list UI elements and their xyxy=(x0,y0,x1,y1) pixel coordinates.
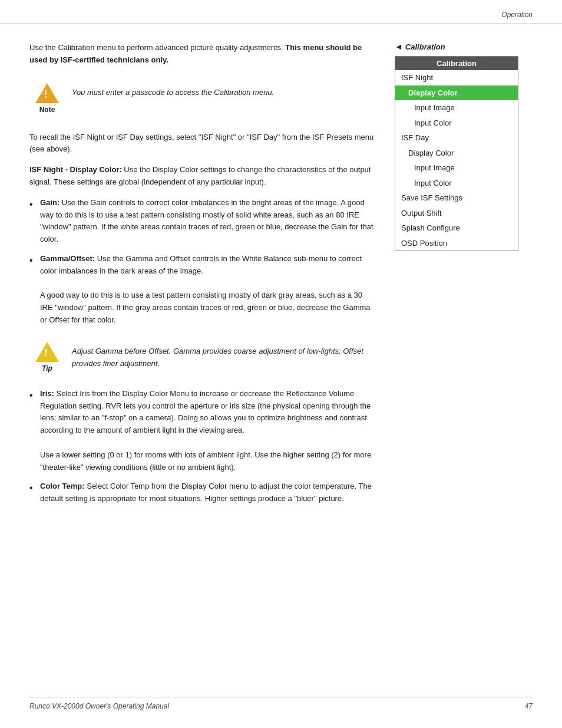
intro-normal-text: Use the Calibration menu to perform adva… xyxy=(29,43,285,52)
iris-text: Select Iris from the Display Color Menu … xyxy=(40,389,371,434)
calibration-section-title: Calibration xyxy=(405,42,445,51)
gamma-label: Gamma/Offset: xyxy=(40,254,95,263)
recall-text: To recall the ISF Night or ISF Day setti… xyxy=(29,131,377,156)
footer-right: 47 xyxy=(525,702,533,710)
cal-menu-item-10[interactable]: Splash Configure xyxy=(395,220,518,236)
cal-menu-item-4[interactable]: ISF Day xyxy=(395,130,518,146)
intro-paragraph: Use the Calibration menu to perform adva… xyxy=(29,42,377,67)
isf-night-heading: ISF Night - Display Color: xyxy=(29,165,122,174)
header-title: Operation xyxy=(501,11,533,19)
footer-bar: Runco VX-2000d Owner's Operating Manual … xyxy=(29,697,533,710)
calibration-header-label: ◄ Calibration xyxy=(395,42,530,51)
cal-menu-item-5[interactable]: Display Color xyxy=(395,146,518,161)
bullet-list-1: Gain: Use the Gain controls to correct c… xyxy=(29,197,377,327)
bullet-item-colortemp: Color Temp: Select Color Temp from the D… xyxy=(29,480,377,505)
note-triangle-icon xyxy=(35,83,59,103)
note-icon-area: Note xyxy=(29,83,65,114)
cal-menu-item-1[interactable]: Display Color xyxy=(395,85,518,101)
colortemp-label: Color Temp: xyxy=(40,482,85,490)
bullet-item-iris: Iris: Select Iris from the Display Color… xyxy=(29,388,377,474)
note-box: Note You must enter a passcode to access… xyxy=(29,78,377,118)
cal-menu-item-3[interactable]: Input Color xyxy=(395,116,518,131)
left-column: Use the Calibration menu to perform adva… xyxy=(29,42,377,513)
cal-menu-item-11[interactable]: OSD Position xyxy=(395,236,518,251)
note-text: You must enter a passcode to access the … xyxy=(72,83,274,99)
bullet-item-gain: Gain: Use the Gain controls to correct c… xyxy=(29,197,377,246)
main-content: Use the Calibration menu to perform adva… xyxy=(0,24,562,531)
tip-box: Tip Adjust Gamma before Offset. Gamma pr… xyxy=(29,337,377,377)
bullet-list-2: Iris: Select Iris from the Display Color… xyxy=(29,388,377,505)
gamma-extra-text: A good way to do this is to use a test p… xyxy=(40,291,371,324)
calibration-arrow-icon: ◄ xyxy=(395,42,403,51)
tip-text: Adjust Gamma before Offset. Gamma provid… xyxy=(72,342,377,370)
cal-menu-item-6[interactable]: Input Image xyxy=(395,160,518,176)
cal-menu-item-8[interactable]: Save ISF Settings xyxy=(395,190,518,206)
tip-triangle-icon xyxy=(35,342,59,362)
iris-label: Iris: xyxy=(40,389,54,398)
footer-left: Runco VX-2000d Owner's Operating Manual xyxy=(29,702,169,710)
isf-night-section: ISF Night - Display Color: Use the Displ… xyxy=(29,164,377,189)
cal-menu-title: Calibration xyxy=(395,57,518,70)
cal-menu-item-0[interactable]: ISF Night xyxy=(395,70,518,85)
calibration-menu: Calibration ISF NightDisplay ColorInput … xyxy=(395,56,518,251)
gain-label: Gain: xyxy=(40,198,59,207)
tip-label: Tip xyxy=(42,364,52,373)
bullet-item-gamma: Gamma/Offset: Use the Gamma and Offset c… xyxy=(29,253,377,327)
note-label: Note xyxy=(39,106,55,114)
cal-menu-item-7[interactable]: Input Color xyxy=(395,176,518,191)
cal-items-container: ISF NightDisplay ColorInput ImageInput C… xyxy=(395,70,518,251)
colortemp-text: Select Color Temp from the Display Color… xyxy=(40,482,372,503)
cal-menu-item-2[interactable]: Input Image xyxy=(395,100,518,116)
iris-extra-text: Use a lower setting (0 or 1) for rooms w… xyxy=(40,450,371,472)
page-wrapper: Operation Use the Calibration menu to pe… xyxy=(0,0,562,728)
tip-icon-area: Tip xyxy=(29,342,65,373)
cal-menu-item-9[interactable]: Output Shift xyxy=(395,206,518,221)
header-bar: Operation xyxy=(0,0,562,24)
gain-text: Use the Gain controls to correct color i… xyxy=(40,198,373,243)
right-column: ◄ Calibration Calibration ISF NightDispl… xyxy=(395,42,530,513)
